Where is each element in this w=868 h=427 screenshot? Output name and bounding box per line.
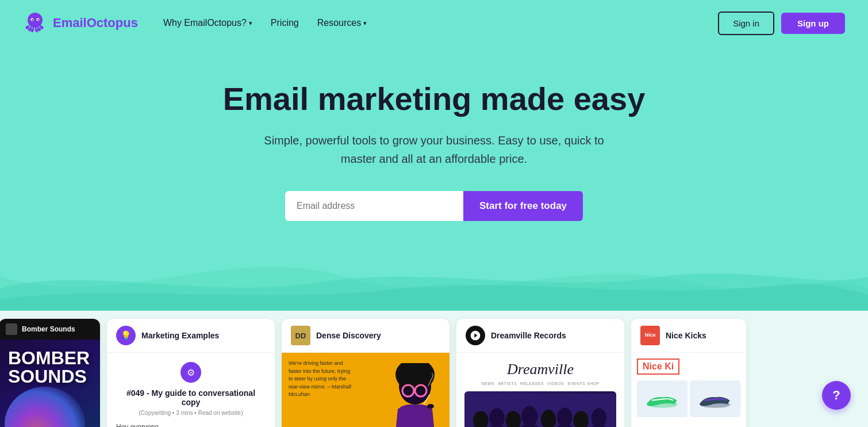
dreamville-nav: NEWS ARTISTS RELEASES VIDEOS EVENTS SHOP: [464, 382, 616, 386]
sneaker-grid: [637, 380, 740, 417]
card-bomber-header: Bomber Sounds: [0, 319, 100, 340]
start-free-button[interactable]: Start for free today: [463, 191, 583, 221]
nicekicks-logo: Nice: [640, 326, 660, 345]
svg-point-3: [32, 19, 33, 20]
marketing-article-title: #049 - My guide to conversational copy: [116, 388, 266, 407]
card-marketing-examples[interactable]: 💡 Marketing Examples ⚙ #049 - My guide t…: [107, 319, 275, 427]
marketing-logo: 💡: [116, 326, 136, 345]
svg-point-30: [647, 402, 677, 408]
marketing-greeting: Hey everyone.: [116, 423, 266, 427]
nicekicks-body: Nice Ki: [631, 353, 746, 423]
logo-icon: [23, 11, 47, 35]
signin-button[interactable]: Sign in: [718, 12, 774, 35]
bomber-title-text: BOMBER SOUNDS: [8, 349, 90, 386]
dreamville-image: [464, 391, 616, 427]
bomber-logo-icon: [6, 323, 17, 335]
card-dreamville-header: Dreamville Records: [456, 319, 624, 353]
nav-why-emailoctopus[interactable]: Why EmailOctopus? ▾: [155, 13, 260, 33]
svg-point-15: [489, 408, 504, 427]
card-dense-discovery[interactable]: DD Dense Discovery We're driving faster …: [282, 319, 450, 427]
marketing-card-name: Marketing Examples: [141, 331, 219, 340]
navbar: EmailOctopus Why EmailOctopus? ▾ Pricing…: [0, 0, 868, 46]
svg-point-32: [700, 402, 730, 408]
email-input[interactable]: [285, 191, 463, 221]
dense-card-name: Dense Discovery: [316, 331, 381, 340]
dense-quote: We're driving faster and faster into the…: [289, 360, 352, 399]
nav-pricing[interactable]: Pricing: [263, 13, 307, 33]
chevron-down-icon: ▾: [249, 20, 252, 27]
person-silhouette: [375, 363, 444, 427]
sneaker-item-2: [690, 380, 740, 417]
dreamville-logo: [466, 326, 485, 345]
chevron-down-icon: ▾: [363, 20, 367, 27]
svg-point-23: [557, 407, 572, 427]
dreamville-card-name: Dreamville Records: [491, 331, 566, 340]
nav-resources[interactable]: Resources ▾: [309, 13, 375, 33]
cards-section: Bomber Sounds BOMBER SOUNDS 💡 Marketing …: [0, 311, 868, 427]
nav-links: Why EmailOctopus? ▾ Pricing Resources ▾: [155, 13, 718, 33]
svg-point-27: [592, 408, 606, 427]
card-dense-header: DD Dense Discovery: [282, 319, 450, 353]
card-nice-kicks[interactable]: Nice Nice Kicks Nice Ki: [631, 319, 746, 427]
logo-text: EmailOctopus: [53, 16, 138, 30]
dense-logo: DD: [291, 326, 310, 345]
email-form: Start for free today: [23, 191, 845, 221]
sneaker-item-1: [637, 380, 688, 417]
svg-point-4: [37, 19, 39, 20]
bomber-splat: [5, 387, 85, 427]
hero-content: Email marketing made easy Simple, powerf…: [23, 81, 845, 221]
bomber-card-name: Bomber Sounds: [22, 325, 75, 333]
card-nicekicks-header: Nice Nice Kicks: [631, 319, 746, 353]
dreamville-wordmark: Dreamville: [464, 361, 616, 378]
hero-subheading: Simple, powerful tools to grow your busi…: [256, 131, 612, 168]
bomber-image: BOMBER SOUNDS: [0, 340, 100, 427]
logo-link[interactable]: EmailOctopus: [23, 11, 138, 35]
dense-image: We're driving faster and faster into the…: [282, 353, 450, 427]
hero-heading: Email marketing made easy: [23, 81, 845, 117]
nav-actions: Sign in Sign up: [718, 12, 845, 35]
card-dreamville-records[interactable]: Dreamville Records Dreamville NEWS ARTIS…: [456, 319, 624, 427]
help-bubble[interactable]: ?: [822, 381, 851, 410]
nicekicks-box: Nice Ki: [637, 359, 679, 375]
hero-section: Email marketing made easy Simple, powerf…: [0, 46, 868, 311]
nicekicks-card-name: Nice Kicks: [666, 331, 706, 340]
dreamville-body: Dreamville NEWS ARTISTS RELEASES VIDEOS …: [456, 353, 624, 427]
svg-point-11: [427, 404, 434, 409]
hero-wave: [0, 242, 868, 311]
card-bomber-sounds[interactable]: Bomber Sounds BOMBER SOUNDS: [0, 319, 100, 427]
svg-point-19: [521, 406, 537, 426]
card-marketing-body: ⚙ #049 - My guide to conversational copy…: [107, 353, 275, 427]
signup-button[interactable]: Sign up: [781, 13, 845, 34]
marketing-center-icon: ⚙: [116, 362, 266, 383]
marketing-article-meta: (Copywriting • 3 mins • Read on website): [116, 409, 266, 416]
gear-icon: ⚙: [180, 362, 201, 383]
card-marketing-header: 💡 Marketing Examples: [107, 319, 275, 353]
svg-rect-20: [521, 425, 537, 427]
